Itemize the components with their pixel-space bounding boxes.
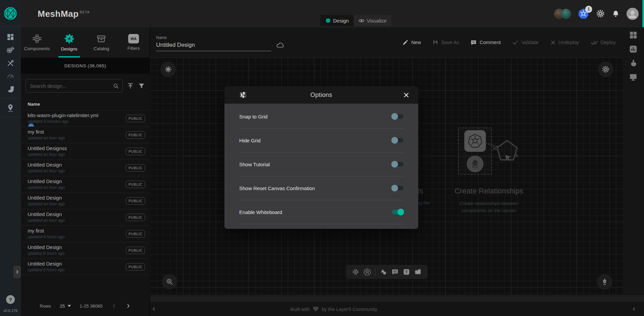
design-list-item[interactable]: Untitled Design updated an hour ago PUBL… xyxy=(21,192,150,209)
design-name-field[interactable]: Name xyxy=(156,35,271,51)
validate-button[interactable]: Validate xyxy=(512,39,538,46)
nav-performance-icon[interactable] xyxy=(0,70,21,83)
design-list-item[interactable]: Untitled Designss updated an hour ago PU… xyxy=(21,143,150,160)
show-tutorial-toggle[interactable] xyxy=(392,162,403,167)
previous-page-icon[interactable] xyxy=(111,303,117,309)
beta-tag: BETA xyxy=(80,10,90,14)
footer-collapse-right-icon[interactable] xyxy=(632,307,637,312)
visibility-badge[interactable]: PUBLIC xyxy=(126,263,145,271)
save-as-button[interactable]: Save As xyxy=(432,39,459,45)
visibility-badge[interactable]: PUBLIC xyxy=(126,181,145,188)
tab-filters[interactable]: WA Filters xyxy=(117,27,150,58)
svg-text:T: T xyxy=(405,270,408,274)
interaction-touch-icon[interactable] xyxy=(629,59,638,67)
kubernetes-context[interactable]: 1 xyxy=(578,8,589,20)
settings-gear-icon[interactable] xyxy=(596,9,605,18)
dock-comment-icon[interactable] xyxy=(391,268,399,276)
user-avatar[interactable] xyxy=(627,8,639,20)
zoom-in-button[interactable] xyxy=(162,274,177,289)
column-header-name: Name xyxy=(21,98,150,110)
visibility-badge[interactable]: PUBLIC xyxy=(126,148,145,155)
comment-button[interactable]: Comment xyxy=(470,39,501,46)
dock-text-icon[interactable]: T xyxy=(403,268,410,276)
drawer-tabs: Components Designs Catalog WA Filters xyxy=(21,27,150,58)
onboarding-card-title: Create Relationships xyxy=(452,187,526,196)
tab-visualize[interactable]: Visualize xyxy=(354,15,392,26)
options-modal-title: Options xyxy=(224,92,418,99)
drawer-expand-handle[interactable] xyxy=(13,266,21,278)
pencil-icon xyxy=(402,39,408,45)
design-list-item[interactable]: Untitled Design updated an hour ago PUBL… xyxy=(21,209,150,225)
footer-collapse-left-icon[interactable] xyxy=(151,307,156,312)
app-title: MeshMapBETA xyxy=(38,9,90,19)
canvas-settings-button[interactable] xyxy=(598,62,613,77)
design-name-input[interactable] xyxy=(156,42,271,48)
meshmap-app: ? v0.6.176 MeshMapBETA Design Visualize … xyxy=(0,0,644,316)
enable-whiteboard-toggle[interactable] xyxy=(392,210,403,214)
search-icon xyxy=(113,83,119,89)
nav-meshmap-pin-icon[interactable] xyxy=(0,101,21,114)
tab-components[interactable]: Components xyxy=(21,27,53,58)
save-icon xyxy=(432,39,438,45)
nav-dashboard-icon[interactable] xyxy=(0,30,21,43)
visibility-badge[interactable]: PUBLIC xyxy=(126,214,145,221)
notifications-bell-icon[interactable] xyxy=(612,10,620,18)
close-icon[interactable] xyxy=(403,92,409,98)
rows-per-page-select[interactable]: 25 xyxy=(60,304,71,309)
design-list-item[interactable]: my first updated 6 hours ago PUBLIC xyxy=(21,225,150,242)
canvas-asterisk-button[interactable] xyxy=(160,62,176,77)
pen-tool-button[interactable] xyxy=(597,274,612,290)
dock-media-icon[interactable] xyxy=(414,268,422,276)
design-list-item[interactable]: Untitled Design updated an hour ago PUBL… xyxy=(21,160,150,176)
layer5-logo[interactable] xyxy=(0,0,21,27)
snap-to-grid-toggle[interactable] xyxy=(392,114,403,119)
visibility-badge[interactable]: PUBLIC xyxy=(126,164,145,172)
visibility-badge[interactable]: PUBLIC xyxy=(126,115,145,122)
zoom-in-icon xyxy=(166,278,174,286)
dock-components-icon[interactable] xyxy=(352,268,359,276)
canvas-topbar: Name New Save As Comment xyxy=(150,27,644,58)
nav-configuration-icon[interactable] xyxy=(0,57,21,70)
display-monitor-icon[interactable] xyxy=(629,73,638,81)
help-icon[interactable]: ? xyxy=(6,295,15,304)
design-list-item[interactable]: k8s-wasm-plugin-ratelimiter.yml updated … xyxy=(21,110,150,127)
tab-catalog[interactable]: Catalog xyxy=(85,27,118,58)
undeploy-button[interactable]: Undeploy xyxy=(550,40,579,45)
filter-funnel-icon[interactable] xyxy=(138,82,145,90)
eye-icon xyxy=(358,17,365,24)
show-reset-canvas-confirmation-toggle[interactable] xyxy=(392,186,403,190)
design-list-item[interactable]: my first updated an hour ago PUBLIC xyxy=(21,127,150,143)
footer: Built with by the Layer5 Community xyxy=(150,302,644,316)
hidden-card-subtitle-fragment: ng the xyxy=(417,200,430,205)
new-design-button[interactable]: New xyxy=(402,39,421,45)
dock-kubernetes-icon[interactable] xyxy=(363,268,371,276)
hide-grid-toggle[interactable] xyxy=(392,138,403,143)
visibility-badge[interactable]: PUBLIC xyxy=(126,197,145,205)
accent-edge xyxy=(642,0,644,27)
tab-designs[interactable]: Designs xyxy=(53,27,85,58)
tab-design[interactable]: Design xyxy=(320,15,354,26)
upload-design-icon[interactable] xyxy=(127,82,134,90)
deploy-button[interactable]: Deploy xyxy=(591,39,616,46)
right-toolbar xyxy=(622,31,644,81)
designs-list: k8s-wasm-plugin-ratelimiter.yml updated … xyxy=(21,110,150,275)
dock-divider xyxy=(375,268,375,276)
visibility-badge[interactable]: PUBLIC xyxy=(126,230,145,238)
nav-extensions-icon[interactable] xyxy=(0,83,21,96)
tune-sliders-icon xyxy=(239,91,247,99)
collaborator-avatar-2[interactable] xyxy=(561,9,571,19)
visibility-badge[interactable]: PUBLIC xyxy=(126,131,145,139)
layout-grid-icon[interactable] xyxy=(629,31,638,39)
collaborator-avatars[interactable] xyxy=(554,9,571,19)
option-row-reset-canvas-confirmation: Show Reset Canvas Confirmation xyxy=(239,176,403,200)
metrics-chart-icon[interactable] xyxy=(629,45,638,54)
dock-shapes-icon[interactable] xyxy=(380,268,387,276)
visibility-badge[interactable]: PUBLIC xyxy=(126,247,145,254)
search-input[interactable] xyxy=(30,83,110,89)
search-box[interactable] xyxy=(26,79,123,93)
design-list-item[interactable]: Untitled Design updated 8 hours ago PUBL… xyxy=(21,258,150,275)
design-list-item[interactable]: Untitled Design updated 8 hours ago PUBL… xyxy=(21,242,150,258)
nav-lifecycle-icon[interactable] xyxy=(0,43,21,57)
design-list-item[interactable]: Untitled Design updated an hour ago PUBL… xyxy=(21,176,150,192)
next-page-icon[interactable] xyxy=(126,303,131,309)
